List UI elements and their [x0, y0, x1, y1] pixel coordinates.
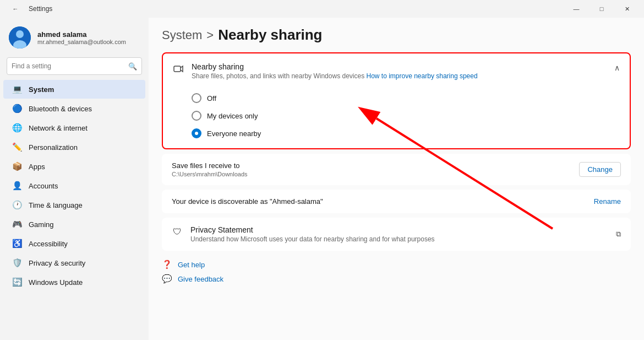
update-nav-icon: 🔄 [12, 277, 22, 287]
card-chevron[interactable]: ∧ [614, 63, 620, 72]
breadcrumb-current: Nearby sharing [218, 26, 322, 44]
sidebar-item-update[interactable]: 🔄 Windows Update [3, 273, 145, 292]
sidebar: ahmed salama mr.ahmed_salama@outlook.com… [0, 18, 149, 340]
get-help-link[interactable]: ❓ Get help [162, 260, 631, 269]
privacy-statement-card: 🛡 Privacy Statement Understand how Micro… [162, 218, 631, 251]
bluetooth-nav-icon: 🔵 [12, 104, 22, 114]
back-button[interactable]: ← [7, 0, 24, 18]
external-link-icon[interactable]: ⧉ [616, 230, 621, 239]
user-name: ahmed salama [37, 30, 126, 39]
breadcrumb-separator: > [206, 28, 214, 42]
titlebar-controls: — □ ✕ [564, 0, 640, 18]
sidebar-item-personalization[interactable]: ✏️ Personalization [3, 138, 145, 156]
titlebar-left: ← Settings [7, 0, 52, 18]
radio-circle-off [192, 93, 201, 103]
get-help-icon: ❓ [162, 260, 172, 269]
svg-point-1 [16, 30, 24, 38]
content-wrapper: Nearby sharing Share files, photos, and … [162, 52, 631, 284]
maximize-button[interactable]: □ [589, 0, 614, 18]
search-input[interactable] [12, 62, 128, 70]
minimize-button[interactable]: — [564, 0, 589, 18]
device-discoverable-text: Your device is discoverable as "Ahmed-sa… [172, 197, 323, 206]
sidebar-item-apps[interactable]: 📦 Apps [3, 157, 145, 176]
privacy-statement-title: Privacy Statement [190, 225, 435, 234]
accounts-nav-label: Accounts [29, 182, 58, 190]
radio-label-my_devices: My devices only [207, 112, 258, 120]
feedback-label: Give feedback [178, 275, 223, 283]
save-files-card: Save files I receive to C:\Users\mrahm\D… [162, 154, 631, 185]
device-discoverable-card: Your device is discoverable as "Ahmed-sa… [162, 190, 631, 213]
sidebar-item-accessibility[interactable]: ♿ Accessibility [3, 234, 145, 253]
save-files-path: C:\Users\mrahm\Downloads [172, 171, 248, 177]
sidebar-item-privacy[interactable]: 🛡️ Privacy & security [3, 253, 145, 272]
get-help-label: Get help [178, 261, 205, 269]
user-email: mr.ahmed_salama@outlook.com [37, 39, 126, 45]
radio-option-everyone[interactable]: Everyone nearby [192, 128, 620, 138]
radio-group: Off My devices only Everyone nearby [163, 89, 630, 148]
change-button[interactable]: Change [579, 162, 621, 177]
privacy-nav-label: Privacy & security [29, 259, 85, 267]
sidebar-item-accounts[interactable]: 👤 Accounts [3, 176, 145, 195]
time-nav-icon: 🕐 [12, 200, 22, 210]
sidebar-item-network[interactable]: 🌐 Network & internet [3, 118, 145, 137]
sidebar-item-system[interactable]: 💻 System [3, 80, 145, 99]
privacy-statement-subtitle: Understand how Microsoft uses your data … [190, 235, 435, 243]
svg-rect-3 [174, 66, 181, 72]
content-area: System > Nearby sharing Ne [149, 18, 644, 340]
feedback-icon: 💬 [162, 274, 172, 284]
personalization-nav-label: Personalization [29, 143, 78, 152]
radio-circle-my_devices [192, 111, 201, 121]
gaming-nav-icon: 🎮 [12, 219, 22, 229]
time-nav-label: Time & language [29, 201, 83, 209]
privacy-statement-icon: 🛡 [172, 226, 183, 238]
give-feedback-link[interactable]: 💬 Give feedback [162, 274, 631, 284]
update-nav-label: Windows Update [29, 278, 83, 287]
radio-label-everyone: Everyone nearby [207, 129, 261, 138]
nearby-sharing-icon [173, 63, 184, 74]
sidebar-nav: 💻 System 🔵 Bluetooth & devices 🌐 Network… [0, 79, 149, 292]
radio-circle-everyone [192, 128, 201, 138]
breadcrumb: System > Nearby sharing [162, 26, 631, 44]
nearby-sharing-card: Nearby sharing Share files, photos, and … [162, 52, 631, 149]
nearby-sharing-subtitle: Share files, photos, and links with near… [192, 72, 478, 80]
save-files-row: Save files I receive to C:\Users\mrahm\D… [162, 154, 631, 185]
rename-link[interactable]: Rename [594, 197, 621, 206]
radio-label-off: Off [207, 94, 216, 102]
network-nav-label: Network & internet [29, 124, 88, 132]
footer-links: ❓ Get help 💬 Give feedback [162, 260, 631, 284]
accessibility-nav-label: Accessibility [29, 240, 68, 248]
user-info: ahmed salama mr.ahmed_salama@outlook.com [37, 30, 126, 45]
user-profile: ahmed salama mr.ahmed_salama@outlook.com [0, 18, 149, 55]
accounts-nav-icon: 👤 [12, 181, 22, 191]
avatar [9, 26, 31, 48]
save-files-title: Save files I receive to [172, 161, 248, 170]
sidebar-item-bluetooth[interactable]: 🔵 Bluetooth & devices [3, 99, 145, 118]
radio-option-my_devices[interactable]: My devices only [192, 111, 620, 121]
search-icon: 🔍 [128, 62, 137, 71]
titlebar-title: Settings [29, 5, 52, 13]
gaming-nav-label: Gaming [29, 220, 54, 229]
nearby-sharing-title: Nearby sharing [192, 62, 478, 71]
search-box[interactable]: 🔍 [7, 57, 142, 75]
close-button[interactable]: ✕ [614, 0, 640, 18]
titlebar: ← Settings — □ ✕ [0, 0, 644, 18]
personalization-nav-icon: ✏️ [12, 142, 22, 152]
breadcrumb-parent: System [162, 28, 202, 42]
radio-option-off[interactable]: Off [192, 93, 620, 103]
bluetooth-nav-label: Bluetooth & devices [29, 105, 92, 113]
apps-nav-icon: 📦 [12, 161, 22, 171]
privacy-nav-icon: 🛡️ [12, 258, 22, 268]
system-nav-icon: 💻 [12, 84, 22, 94]
card-header: Nearby sharing Share files, photos, and … [163, 53, 630, 89]
sidebar-item-time[interactable]: 🕐 Time & language [3, 196, 145, 214]
accessibility-nav-icon: ♿ [12, 239, 22, 249]
apps-nav-label: Apps [29, 163, 45, 171]
sidebar-item-gaming[interactable]: 🎮 Gaming [3, 215, 145, 234]
network-nav-icon: 🌐 [12, 123, 22, 133]
improve-speed-link[interactable]: How to improve nearby sharing speed [367, 72, 478, 80]
system-nav-label: System [29, 85, 54, 94]
